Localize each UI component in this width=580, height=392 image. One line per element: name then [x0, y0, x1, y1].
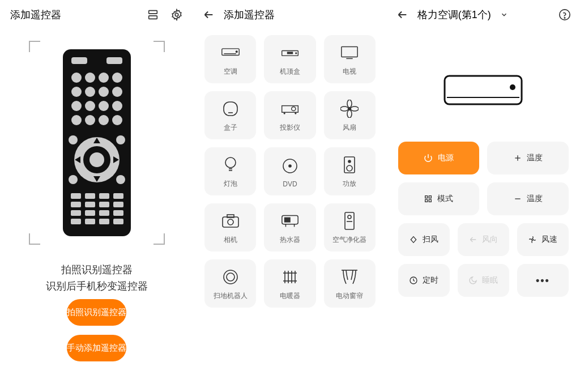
svg-rect-47: [99, 219, 109, 224]
svg-point-96: [564, 18, 565, 18]
svg-rect-37: [71, 202, 81, 207]
power-button[interactable]: 电源: [398, 142, 480, 174]
back-icon[interactable]: [202, 8, 215, 21]
device-dvd[interactable]: DVD: [264, 147, 315, 195]
timer-button[interactable]: 定时: [398, 264, 450, 297]
svg-point-62: [295, 113, 296, 114]
device-label: 电动窗帘: [336, 291, 363, 301]
svg-rect-77: [227, 215, 234, 218]
svg-rect-57: [224, 102, 237, 116]
manual-add-button[interactable]: 手动添加遥控器: [67, 335, 126, 361]
fan-icon: [340, 100, 359, 117]
device-label: 风扇: [343, 123, 356, 133]
device-label: 热水器: [280, 235, 300, 245]
svg-point-50: [236, 51, 237, 53]
svg-rect-44: [113, 210, 123, 216]
swing-button[interactable]: 扫风: [398, 223, 450, 256]
stb-icon: [280, 44, 300, 61]
device-stb[interactable]: 机顶盒: [264, 35, 315, 83]
device-label: 空调: [224, 67, 237, 76]
power-icon: [423, 153, 433, 163]
help-icon[interactable]: [558, 8, 571, 21]
device-box[interactable]: 盒子: [204, 91, 256, 139]
device-ac[interactable]: 空调: [204, 35, 256, 83]
clock-icon: [409, 276, 418, 285]
direction-button[interactable]: 风向: [458, 223, 509, 256]
back-icon[interactable]: [396, 8, 408, 21]
svg-point-86: [224, 270, 237, 284]
box-icon: [221, 100, 240, 117]
control-label: 温度: [527, 194, 543, 204]
svg-point-61: [284, 113, 285, 114]
moon-icon: [468, 276, 477, 285]
control-label: 电源: [438, 153, 454, 163]
device-heater[interactable]: 热水器: [264, 203, 315, 252]
control-label: 定时: [423, 275, 438, 286]
svg-point-54: [296, 53, 297, 54]
chevron-down-icon[interactable]: [500, 11, 508, 19]
speed-button[interactable]: 风速: [517, 223, 569, 256]
scan-icon[interactable]: [147, 8, 159, 21]
mode-button[interactable]: 模式: [398, 182, 480, 215]
device-robot[interactable]: 扫地机器人: [204, 259, 256, 308]
svg-point-12: [99, 87, 109, 97]
svg-point-24: [89, 152, 104, 167]
settings-icon[interactable]: [170, 8, 183, 21]
svg-rect-40: [113, 202, 123, 207]
swing-icon: [409, 235, 418, 244]
svg-point-6: [71, 73, 82, 83]
temp-down-button[interactable]: 温度: [487, 182, 569, 215]
svg-point-66: [340, 106, 348, 111]
svg-rect-102: [425, 196, 428, 198]
water-heater-icon: [280, 212, 300, 229]
ac-unit-icon: [443, 75, 523, 108]
device-label: 扫地机器人: [214, 291, 248, 301]
svg-point-84: [348, 215, 351, 219]
svg-point-7: [85, 73, 95, 83]
svg-point-29: [69, 135, 78, 144]
svg-rect-104: [425, 199, 428, 202]
device-purifier[interactable]: 空气净化器: [324, 203, 376, 252]
svg-rect-5: [106, 57, 122, 64]
photo-recognize-button[interactable]: 拍照识别遥控器: [67, 299, 126, 326]
control-label: 模式: [437, 194, 453, 204]
device-camera[interactable]: 相机: [204, 203, 256, 252]
svg-rect-1: [149, 16, 157, 19]
more-button[interactable]: •••: [517, 264, 569, 297]
device-amp[interactable]: 功放: [324, 147, 376, 195]
page-title: 格力空调(第1个): [417, 8, 491, 22]
svg-rect-76: [223, 217, 238, 227]
device-tv[interactable]: 电视: [324, 35, 376, 83]
device-curtain[interactable]: 电动窗帘: [324, 259, 376, 308]
svg-point-31: [69, 175, 78, 184]
device-label: DVD: [283, 180, 297, 188]
svg-point-72: [289, 165, 291, 167]
svg-rect-35: [99, 193, 109, 199]
device-eheater[interactable]: 电暖器: [264, 259, 315, 308]
tv-icon: [340, 44, 359, 61]
svg-point-65: [347, 110, 352, 118]
device-label: 灯泡: [224, 179, 237, 189]
control-label: 风速: [541, 235, 557, 245]
svg-point-99: [510, 84, 515, 90]
device-fan[interactable]: 风扇: [324, 91, 376, 139]
sleep-button[interactable]: 睡眠: [458, 264, 509, 297]
radiator-icon: [280, 269, 300, 286]
svg-point-14: [71, 101, 82, 111]
svg-point-10: [71, 87, 82, 97]
temp-up-button[interactable]: 温度: [487, 142, 569, 174]
svg-rect-41: [71, 210, 81, 216]
device-bulb[interactable]: 灯泡: [204, 147, 256, 195]
svg-rect-4: [71, 57, 87, 64]
svg-rect-53: [288, 52, 293, 54]
svg-rect-43: [99, 210, 109, 216]
svg-point-78: [228, 219, 233, 225]
svg-rect-97: [445, 76, 522, 104]
promo-line-2: 识别后手机秒变遥控器: [46, 278, 148, 295]
device-label: 空气净化器: [332, 235, 366, 245]
more-icon: •••: [536, 275, 550, 287]
device-projector[interactable]: 投影仪: [264, 91, 315, 139]
svg-point-68: [225, 157, 236, 168]
svg-point-60: [292, 106, 296, 110]
svg-rect-55: [342, 47, 357, 57]
